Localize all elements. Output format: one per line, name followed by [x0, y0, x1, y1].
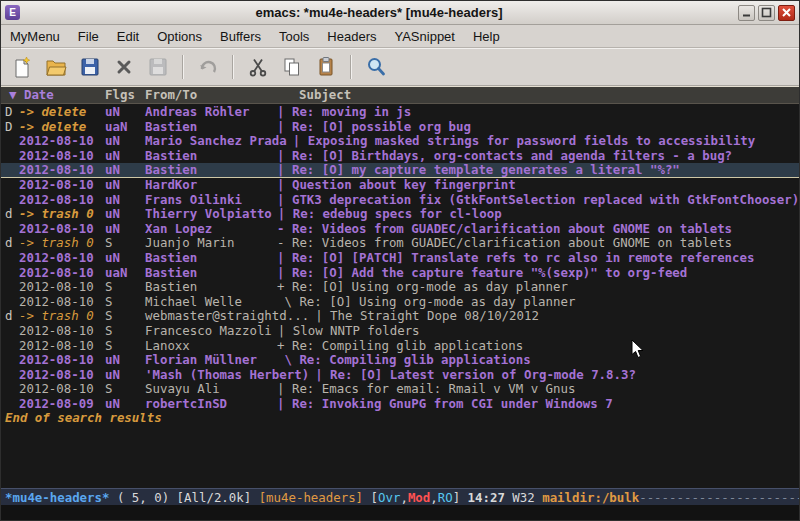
- echo-area[interactable]: [1, 505, 799, 520]
- cell-sepsub: | Slow NNTP folders: [278, 324, 420, 339]
- column-date: ▼ Date: [9, 87, 105, 103]
- cell-flags: S: [105, 339, 145, 354]
- message-row[interactable]: 2012-08-10SBastien+ Re: [O] Using org-mo…: [1, 280, 799, 295]
- modeline-bracket: ]: [453, 490, 468, 505]
- cut-icon: [247, 56, 269, 78]
- cell-mark: [5, 280, 19, 295]
- cell-mark: d: [5, 207, 19, 222]
- column-from: From/To: [145, 87, 299, 103]
- cell-date: 2012-08-10: [19, 163, 105, 178]
- close-button[interactable]: [778, 5, 795, 21]
- message-row[interactable]: 2012-08-10uNBastien| Re: [O] [PATCH] Tra…: [1, 251, 799, 266]
- message-row[interactable]: 2012-08-10SMichael Welle \ Re: [O] Using…: [1, 295, 799, 310]
- modeline-maildir: maildir:/bulk: [542, 490, 639, 505]
- cell-date: 2012-08-10: [19, 251, 105, 266]
- cell-from: robertcInSD: [145, 397, 271, 412]
- cell-from: Xan Lopez: [145, 222, 271, 237]
- cell-date: 2012-08-10: [19, 134, 105, 149]
- cell-mark: D: [5, 120, 19, 135]
- cell-flags: uN: [105, 163, 145, 178]
- cell-from: Bastien: [145, 149, 271, 164]
- search-button[interactable]: [361, 53, 391, 81]
- menu-options[interactable]: Options: [148, 27, 211, 46]
- message-row[interactable]: 2012-08-10uNBastien| Re: [O] Birthdays, …: [1, 149, 799, 164]
- copy-button[interactable]: [277, 53, 307, 81]
- message-row[interactable]: 2012-08-10SFrancesco Mazzoli| Slow NNTP …: [1, 324, 799, 339]
- menu-headers[interactable]: Headers: [318, 27, 385, 46]
- menu-file[interactable]: File: [69, 27, 108, 46]
- cell-sepsub: \ Re: [O] Using org-mode as day planner: [277, 295, 575, 310]
- message-row[interactable]: 2012-08-10uaNBastien| Re: [O] Add the ca…: [1, 266, 799, 281]
- cell-flags: S: [105, 309, 145, 324]
- close-buffer-button[interactable]: [109, 53, 139, 81]
- message-list: D-> deleteuNAndreas Röhler| Re: moving i…: [1, 104, 799, 411]
- cell-mark: [5, 353, 19, 368]
- cell-from: Suvayu Ali: [145, 382, 271, 397]
- message-row[interactable]: D-> deleteuNAndreas Röhler| Re: moving i…: [1, 105, 799, 120]
- message-row[interactable]: 2012-08-10SLanoxx+ Re: Compiling glib ap…: [1, 339, 799, 354]
- cell-flags: uaN: [105, 266, 145, 281]
- cell-flags: uN: [105, 222, 145, 237]
- copy-icon: [281, 56, 303, 78]
- modeline-comma: ,: [430, 490, 437, 505]
- cell-from: Bastien: [145, 280, 271, 295]
- cell-date: 2012-08-10: [19, 295, 105, 310]
- modeline-position: ( 5, 0): [109, 490, 176, 505]
- cell-mark: d: [5, 236, 19, 251]
- cell-sepsub: | GTK3 deprecation fix (GtkFontSelection…: [277, 193, 799, 208]
- cell-sepsub: | Re: [O] my capture template generates …: [277, 163, 680, 178]
- titlebar[interactable]: E emacs: *mu4e-headers* [mu4e-headers]: [1, 1, 799, 25]
- save-button[interactable]: [75, 53, 105, 81]
- cell-sepsub: | Re: [O] Birthdays, org-contacts and ag…: [277, 149, 732, 164]
- message-row-current[interactable]: 2012-08-10uNBastien| Re: [O] my capture …: [1, 163, 799, 178]
- cell-date: 2012-08-10: [19, 280, 105, 295]
- menu-mymenu[interactable]: MyMenu: [1, 27, 69, 46]
- cell-from: Mario Sanchez Prada: [145, 134, 287, 149]
- maximize-button[interactable]: [758, 5, 775, 21]
- message-row[interactable]: 2012-08-10SSuvayu Ali| Re: Emacs for ema…: [1, 382, 799, 397]
- cell-date: 2012-08-10: [19, 222, 105, 237]
- cell-from: HardKor: [145, 178, 271, 193]
- message-row[interactable]: 2012-08-10uN'Mash (Thomas Herbert)| Re: …: [1, 368, 799, 383]
- message-row[interactable]: D-> deleteuaNBastien| Re: [O] possible o…: [1, 120, 799, 135]
- message-row[interactable]: 2012-08-10uNXan Lopez- Re: Videos from G…: [1, 222, 799, 237]
- cell-from: webmaster@straightd...: [145, 309, 309, 324]
- header-line: ▼ Date Flgs From/To Subject: [1, 86, 799, 104]
- menu-buffers[interactable]: Buffers: [211, 27, 270, 46]
- menu-tools[interactable]: Tools: [270, 27, 318, 46]
- save-as-button[interactable]: [143, 53, 173, 81]
- mu4e-headers-buffer[interactable]: ▼ Date Flgs From/To Subject D-> deleteuN…: [1, 86, 799, 488]
- menu-yasnippet[interactable]: YASnippet: [385, 27, 463, 46]
- cell-from: 'Mash (Thomas Herbert): [145, 368, 309, 383]
- message-row[interactable]: 2012-08-10uNMario Sanchez Prada| Exposin…: [1, 134, 799, 149]
- menubar: MyMenu File Edit Options Buffers Tools H…: [1, 25, 799, 48]
- toolbar: [1, 48, 799, 86]
- cell-from: Bastien: [145, 120, 271, 135]
- message-row[interactable]: 2012-08-09uNrobertcInSD| Re: Invoking Gn…: [1, 397, 799, 412]
- modeline-modified-indicator: Mod: [408, 490, 430, 505]
- message-row[interactable]: d-> trash 0SJuanjo Marin- Re: Videos fro…: [1, 236, 799, 251]
- undo-button[interactable]: [193, 53, 223, 81]
- modeline-major-mode: [mu4e-headers]: [259, 490, 371, 505]
- message-row[interactable]: 2012-08-10uNFlorian Müllner \ Re: Compil…: [1, 353, 799, 368]
- cell-date: 2012-08-10: [19, 368, 105, 383]
- window-controls: [738, 5, 795, 21]
- modeline[interactable]: *mu4e-headers* ( 5, 0) [All/2.0k] [mu4e-…: [1, 488, 799, 505]
- message-row[interactable]: 2012-08-10uNHardKor| Question about key …: [1, 178, 799, 193]
- cell-flags: uN: [105, 397, 145, 412]
- open-folder-button[interactable]: [41, 53, 71, 81]
- cut-button[interactable]: [243, 53, 273, 81]
- message-row[interactable]: d-> trash 0uNThierry Volpiatto| Re: edeb…: [1, 207, 799, 222]
- new-file-button[interactable]: [7, 53, 37, 81]
- paste-button[interactable]: [311, 53, 341, 81]
- cell-from: Francesco Mazzoli: [145, 324, 272, 339]
- message-row[interactable]: d-> trash 0Swebmaster@straightd...| The …: [1, 309, 799, 324]
- minimize-button[interactable]: [738, 5, 755, 21]
- cell-date: 2012-08-10: [19, 149, 105, 164]
- message-row[interactable]: 2012-08-10uNFrans Oilinki| GTK3 deprecat…: [1, 193, 799, 208]
- menu-help[interactable]: Help: [464, 27, 509, 46]
- cell-flags: uN: [105, 134, 145, 149]
- cell-sepsub: | Re: [O] [PATCH] Translate refs to rc a…: [277, 251, 754, 266]
- menu-edit[interactable]: Edit: [108, 27, 148, 46]
- modeline-filler: ----------------------------------------…: [639, 490, 799, 505]
